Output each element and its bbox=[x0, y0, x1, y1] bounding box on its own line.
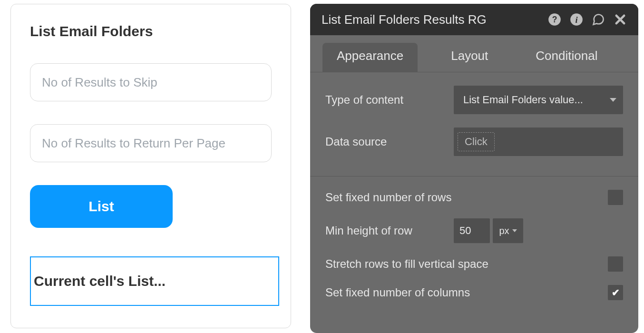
row-fixed-rows: Set fixed number of rows bbox=[325, 190, 623, 205]
form-title: List Email Folders bbox=[30, 23, 272, 39]
row-stretch: Stretch rows to fill vertical space bbox=[325, 256, 623, 272]
help-icon[interactable]: ? bbox=[548, 13, 561, 26]
stretch-checkbox[interactable] bbox=[608, 256, 623, 272]
current-cell-box[interactable]: Current cell's List... bbox=[30, 256, 279, 306]
current-cell-text: Current cell's List... bbox=[34, 273, 166, 289]
fixed-cols-checkbox[interactable] bbox=[608, 285, 623, 300]
min-height-input[interactable] bbox=[454, 218, 490, 243]
skip-input[interactable] bbox=[30, 63, 272, 101]
header-icons: ? i bbox=[548, 13, 627, 26]
svg-text:?: ? bbox=[552, 15, 557, 24]
tabs: Appearance Layout Conditional bbox=[310, 35, 638, 72]
fixed-rows-label: Set fixed number of rows bbox=[325, 191, 608, 204]
data-source-field[interactable]: Click bbox=[454, 127, 623, 156]
type-of-content-value: List Email Folders value... bbox=[463, 94, 583, 106]
left-form-panel: List Email Folders List Current cell's L… bbox=[10, 4, 291, 328]
tab-conditional[interactable]: Conditional bbox=[521, 43, 612, 72]
row-type-of-content: Type of content List Email Folders value… bbox=[325, 86, 623, 114]
fixed-cols-label: Set fixed number of columns bbox=[325, 286, 608, 299]
row-data-source: Data source Click bbox=[325, 127, 623, 156]
return-per-page-input[interactable] bbox=[30, 124, 272, 162]
section-layout-props: Set fixed number of rows Min height of r… bbox=[310, 176, 638, 310]
fixed-rows-checkbox[interactable] bbox=[608, 190, 623, 205]
min-height-label: Min height of row bbox=[325, 224, 454, 237]
stretch-label: Stretch rows to fill vertical space bbox=[325, 257, 608, 271]
tab-layout[interactable]: Layout bbox=[437, 43, 502, 72]
min-height-unit: px bbox=[499, 225, 509, 236]
chevron-down-icon bbox=[512, 229, 517, 232]
data-source-click-pill[interactable]: Click bbox=[458, 132, 495, 151]
svg-text:i: i bbox=[575, 15, 578, 25]
type-of-content-label: Type of content bbox=[325, 93, 454, 107]
info-icon[interactable]: i bbox=[570, 13, 583, 26]
list-button[interactable]: List bbox=[30, 185, 173, 228]
row-fixed-cols: Set fixed number of columns bbox=[325, 285, 623, 300]
property-editor-title: List Email Folders Results RG bbox=[322, 12, 548, 27]
row-min-height: Min height of row px bbox=[325, 218, 623, 243]
tab-appearance[interactable]: Appearance bbox=[322, 43, 418, 72]
section-data: Type of content List Email Folders value… bbox=[310, 72, 638, 171]
comment-icon[interactable] bbox=[592, 13, 605, 26]
min-height-unit-select[interactable]: px bbox=[493, 218, 523, 243]
close-icon[interactable] bbox=[614, 13, 627, 26]
data-source-label: Data source bbox=[325, 135, 454, 148]
property-editor-panel: List Email Folders Results RG ? i Appear… bbox=[310, 4, 638, 333]
type-of-content-dropdown[interactable]: List Email Folders value... bbox=[454, 86, 623, 114]
property-editor-header: List Email Folders Results RG ? i bbox=[310, 4, 638, 35]
chevron-down-icon bbox=[610, 98, 616, 102]
